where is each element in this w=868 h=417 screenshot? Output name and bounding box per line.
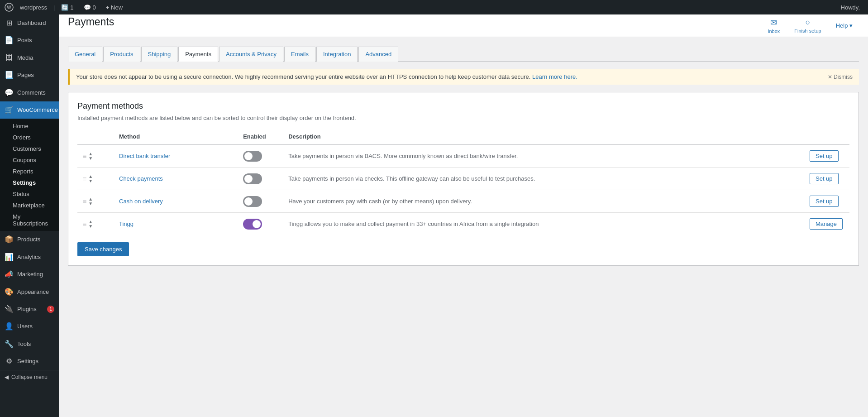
sidebar-item-marketing[interactable]: 📣 Marketing (0, 266, 59, 283)
sidebar-item-label: Settings (17, 357, 54, 365)
sort-up-icon[interactable]: ▲ (88, 220, 93, 224)
sidebar-sub-item-orders[interactable]: Orders (0, 132, 59, 143)
payment-toggle[interactable] (243, 196, 262, 207)
sidebar-item-users[interactable]: 👤 Users (0, 318, 59, 335)
set up-button[interactable]: Set up (810, 150, 839, 162)
th-description: Description (283, 129, 804, 145)
sidebar-item-plugins[interactable]: 🔌 Plugins 1 (0, 301, 59, 318)
inbox-button[interactable]: ✉ Inbox (761, 15, 786, 37)
admin-bar: W wordpress | 🔄 1 💬 0 + New Howdy, (0, 0, 868, 14)
svg-text:W: W (7, 5, 11, 10)
method-name[interactable]: Tingg (119, 220, 134, 227)
sort-up-icon[interactable]: ▲ (88, 174, 93, 179)
sort-down-icon[interactable]: ▼ (88, 201, 93, 206)
set up-button[interactable]: Set up (810, 196, 839, 207)
sidebar-sub-item-status[interactable]: Status (0, 188, 59, 200)
updates-link[interactable]: 🔄 1 (57, 0, 77, 14)
sidebar-sub-item-marketplace[interactable]: Marketplace (0, 200, 59, 211)
sidebar-item-dashboard[interactable]: ⊞ Dashboard (0, 14, 59, 32)
tab-navigation: General Products Shipping Payments Accou… (68, 46, 859, 62)
plugins-badge: 1 (47, 306, 54, 313)
sidebar-item-analytics[interactable]: 📊 Analytics (0, 249, 59, 266)
sort-down-icon[interactable]: ▼ (88, 156, 93, 161)
sort-down-icon[interactable]: ▼ (88, 179, 93, 183)
tab-shipping[interactable]: Shipping (141, 47, 178, 62)
method-name[interactable]: Check payments (119, 175, 163, 182)
sidebar-item-tools[interactable]: 🔧 Tools (0, 336, 59, 353)
settings-icon: ⚙ (5, 356, 14, 366)
site-name-link[interactable]: wordpress (16, 0, 51, 14)
table-row: ≡ ▲ ▼ Cash on delivery Have your custome… (77, 190, 849, 213)
sidebar-item-posts[interactable]: 📄 Posts (0, 32, 59, 49)
finish-setup-label: Finish setup (794, 28, 821, 34)
method-name[interactable]: Cash on delivery (119, 198, 163, 205)
sidebar-item-appearance[interactable]: 🎨 Appearance (0, 283, 59, 301)
sort-up-icon[interactable]: ▲ (88, 152, 93, 156)
main-content: General Products Shipping Payments Accou… (59, 37, 868, 275)
howdy-text: Howdy, (841, 4, 863, 11)
sidebar-item-label: Pages (17, 71, 54, 79)
sort-down-icon[interactable]: ▼ (88, 224, 93, 229)
section-title: Payment methods (77, 101, 849, 111)
tab-general[interactable]: General (68, 47, 102, 62)
alert-link[interactable]: Learn more here. (532, 73, 577, 80)
tab-advanced[interactable]: Advanced (358, 47, 398, 62)
sidebar-sub-item-reports[interactable]: Reports (0, 166, 59, 177)
sidebar-item-label: Media (17, 54, 54, 62)
drag-handle-icon[interactable]: ≡ (83, 175, 86, 182)
sidebar-item-products[interactable]: 📦 Products (0, 231, 59, 248)
woo-submenu: Home Orders Customers Coupons Reports Se… (0, 119, 59, 231)
tab-payments[interactable]: Payments (178, 47, 218, 62)
sidebar-item-settings-main[interactable]: ⚙ Settings (0, 353, 59, 370)
posts-icon: 📄 (5, 35, 14, 45)
collapse-menu-label: Collapse menu (11, 374, 48, 380)
sidebar-item-woocommerce[interactable]: 🛒 WooCommerce (0, 101, 59, 119)
section-description: Installed payment methods are listed bel… (77, 115, 849, 121)
alert-text: Your store does not appear to be using a… (76, 73, 577, 80)
drag-handle-icon[interactable]: ≡ (83, 220, 86, 228)
sidebar-item-comments[interactable]: 💬 Comments (0, 84, 59, 101)
comments-link[interactable]: 💬 0 (80, 0, 100, 14)
sidebar-item-label: Analytics (17, 253, 54, 261)
analytics-icon: 📊 (5, 252, 14, 262)
th-method: Method (114, 129, 238, 145)
plugins-icon: 🔌 (5, 304, 14, 314)
dismiss-button[interactable]: ✕ Dismiss (828, 74, 853, 80)
tab-products[interactable]: Products (103, 47, 140, 62)
method-name[interactable]: Direct bank transfer (119, 153, 170, 159)
marketing-icon: 📣 (5, 269, 14, 279)
sidebar-item-label: Marketing (17, 270, 54, 278)
collapse-menu-button[interactable]: ◀ Collapse menu (0, 370, 59, 384)
sidebar-item-pages[interactable]: 📃 Pages (0, 67, 59, 84)
drag-handle-icon[interactable]: ≡ (83, 198, 86, 205)
alert-banner: Your store does not appear to be using a… (68, 69, 859, 85)
media-icon: 🖼 (5, 53, 14, 63)
tab-emails[interactable]: Emails (284, 47, 315, 62)
th-action (804, 129, 849, 145)
collapse-arrow-icon: ◀ (5, 374, 9, 380)
manage-button[interactable]: Manage (810, 218, 843, 230)
drag-handle-icon[interactable]: ≡ (83, 153, 86, 160)
save-changes-button[interactable]: Save changes (77, 242, 129, 256)
payment-toggle[interactable] (243, 173, 262, 184)
tab-integration[interactable]: Integration (316, 47, 358, 62)
th-drag (77, 129, 114, 145)
sidebar-sub-item-coupons[interactable]: Coupons (0, 154, 59, 166)
th-enabled: Enabled (238, 129, 283, 145)
finish-setup-icon: ○ (806, 18, 811, 27)
sidebar-item-label: Tools (17, 340, 54, 348)
sidebar-sub-item-home[interactable]: Home (0, 120, 59, 132)
sidebar-sub-item-settings[interactable]: Settings (0, 177, 59, 188)
sidebar-sub-item-my-subscriptions[interactable]: My Subscriptions (0, 211, 59, 229)
new-content-link[interactable]: + New (102, 0, 126, 14)
sort-up-icon[interactable]: ▲ (88, 197, 93, 201)
payment-toggle[interactable] (243, 151, 262, 162)
help-button[interactable]: Help ▾ (830, 19, 859, 32)
tools-icon: 🔧 (5, 339, 14, 349)
set up-button[interactable]: Set up (810, 173, 839, 184)
sidebar-item-media[interactable]: 🖼 Media (0, 49, 59, 67)
tab-accounts-privacy[interactable]: Accounts & Privacy (219, 47, 283, 62)
sidebar-sub-item-customers[interactable]: Customers (0, 143, 59, 154)
finish-setup-button[interactable]: ○ Finish setup (788, 15, 827, 36)
payment-toggle[interactable] (243, 219, 262, 230)
